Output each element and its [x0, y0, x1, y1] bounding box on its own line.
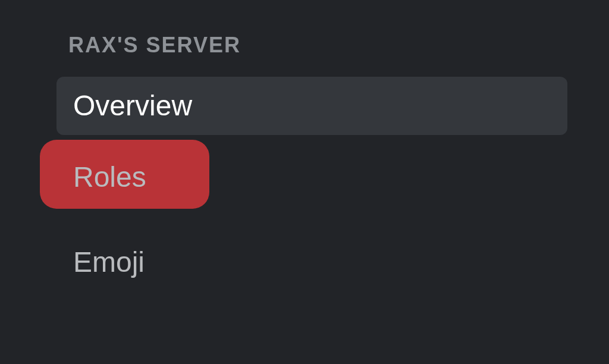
sidebar-item-label: Roles — [73, 159, 146, 196]
sidebar-item-roles[interactable]: Roles — [56, 145, 229, 210]
sidebar-item-roles-container: Roles — [56, 145, 567, 210]
sidebar-section-header: RAX'S SERVER — [56, 33, 567, 58]
sidebar-item-emoji[interactable]: Emoji — [56, 233, 567, 291]
server-settings-sidebar: RAX'S SERVER Overview Roles Emoji — [0, 0, 609, 291]
sidebar-item-label: Emoji — [73, 244, 145, 281]
sidebar-item-overview[interactable]: Overview — [56, 77, 567, 135]
sidebar-item-label: Overview — [73, 87, 192, 124]
